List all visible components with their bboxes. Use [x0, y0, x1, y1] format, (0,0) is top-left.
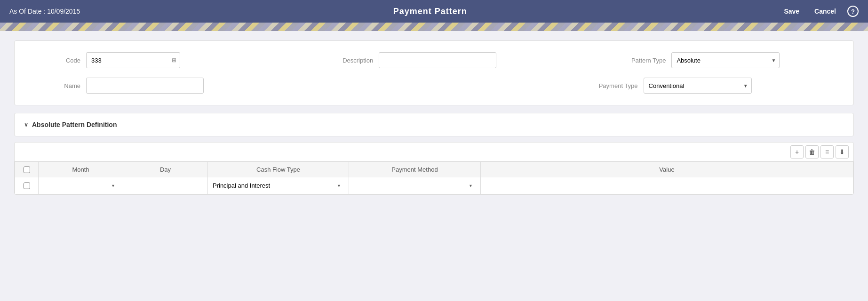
header-actions: Save Cancel ?: [780, 6, 859, 17]
row-month-cell[interactable]: January February March: [39, 177, 123, 194]
section-header[interactable]: ∨ Absolute Pattern Definition: [24, 121, 844, 128]
name-label: Name: [29, 82, 80, 89]
delete-row-button[interactable]: 🗑: [805, 145, 819, 158]
col-header-check: [15, 162, 39, 177]
header-row: Month Day Cash Flow Type Payment Method …: [15, 162, 853, 177]
table-card: + 🗑 ≡ ⬇ Month: [14, 142, 854, 195]
name-field-group: Name New: [29, 78, 282, 94]
cashflow-select-wrapper: Principal and Interest Interest Only Pri…: [213, 182, 344, 189]
payment-select-wrapper: ACH Check: [354, 182, 476, 189]
pattern-type-label: Pattern Type: [614, 57, 666, 64]
help-button[interactable]: ?: [847, 6, 859, 17]
add-row-button[interactable]: +: [790, 145, 804, 158]
payment-method-select[interactable]: ACH Check: [354, 182, 476, 189]
row-day-cell[interactable]: [123, 177, 208, 194]
value-input[interactable]: [486, 182, 848, 189]
as-of-date: As Of Date : 10/09/2015: [9, 8, 80, 15]
pattern-type-select-wrapper: Absolute Relative Custom: [671, 52, 780, 68]
col-header-month: Month: [39, 162, 123, 177]
table-toolbar: + 🗑 ≡ ⬇: [15, 143, 853, 162]
save-button[interactable]: Save: [780, 6, 803, 17]
table-body: January February March Principal and In: [15, 177, 853, 194]
description-input[interactable]: [379, 52, 496, 68]
month-select[interactable]: January February March: [43, 182, 118, 189]
row-check-cell: [15, 177, 39, 194]
list-button[interactable]: ≡: [820, 145, 834, 158]
page-title: Payment Pattern: [393, 7, 467, 16]
main-content: Code ⊞ Description Pattern Type Absolute…: [0, 31, 868, 204]
col-header-day: Day: [123, 162, 208, 177]
form-row-1: Code ⊞ Description Pattern Type Absolute…: [29, 52, 839, 68]
export-icon: ⬇: [839, 148, 845, 156]
row-value-cell[interactable]: [481, 177, 853, 194]
chevron-icon: ∨: [24, 121, 28, 128]
payment-type-field-group: Payment Type Conventional ARM Fixed: [586, 78, 839, 94]
form-row-2: Name New Payment Type Conventional ARM F…: [29, 78, 839, 94]
select-all-checkbox[interactable]: [24, 166, 30, 173]
col-header-payment-method: Payment Method: [349, 162, 481, 177]
description-field-group: Description: [321, 52, 547, 68]
row-checkbox[interactable]: [24, 182, 30, 189]
section-card: ∨ Absolute Pattern Definition: [14, 113, 854, 136]
col-header-value: Value: [481, 162, 853, 177]
row-payment-cell[interactable]: ACH Check: [349, 177, 481, 194]
description-label: Description: [321, 57, 373, 64]
row-cashflow-cell[interactable]: Principal and Interest Interest Only Pri…: [208, 177, 349, 194]
code-input-wrapper: ⊞: [86, 52, 180, 68]
code-label: Code: [29, 57, 80, 64]
table-row: January February March Principal and In: [15, 177, 853, 194]
payment-type-label: Payment Type: [586, 82, 638, 89]
month-select-wrapper: January February March: [43, 182, 118, 189]
col-header-cash-flow-type: Cash Flow Type: [208, 162, 349, 177]
delete-icon: 🗑: [809, 148, 815, 156]
pattern-type-select[interactable]: Absolute Relative Custom: [671, 52, 780, 68]
data-table: Month Day Cash Flow Type Payment Method …: [15, 162, 853, 194]
form-card: Code ⊞ Description Pattern Type Absolute…: [14, 40, 854, 105]
payment-type-select-wrapper: Conventional ARM Fixed: [644, 78, 752, 94]
cashflow-type-select[interactable]: Principal and Interest Interest Only Pri…: [213, 182, 344, 189]
code-input[interactable]: [86, 52, 180, 68]
cancel-button[interactable]: Cancel: [811, 6, 840, 17]
list-icon: ≡: [825, 148, 829, 156]
header: As Of Date : 10/09/2015 Payment Pattern …: [0, 0, 868, 23]
name-input[interactable]: New: [86, 78, 204, 94]
section-title: Absolute Pattern Definition: [32, 121, 117, 128]
export-button[interactable]: ⬇: [836, 145, 849, 158]
add-icon: +: [795, 148, 799, 156]
pattern-type-field-group: Pattern Type Absolute Relative Custom: [614, 52, 839, 68]
table-header: Month Day Cash Flow Type Payment Method …: [15, 162, 853, 177]
day-input[interactable]: [128, 182, 203, 189]
decorative-band: [0, 23, 868, 31]
payment-type-select[interactable]: Conventional ARM Fixed: [644, 78, 752, 94]
code-field-group: Code ⊞: [29, 52, 254, 68]
